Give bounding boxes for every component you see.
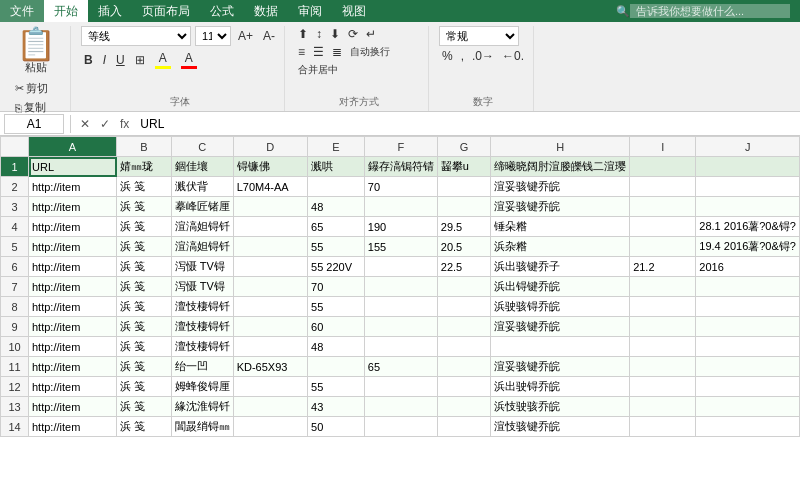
cell-F5[interactable]: 155 bbox=[364, 237, 437, 257]
increase-decimal-button[interactable]: .0→ bbox=[469, 48, 497, 64]
cell-G3[interactable] bbox=[437, 197, 490, 217]
cell-B10[interactable]: 浜 笺 bbox=[117, 337, 172, 357]
cell-H2[interactable]: 渲妥骇键乔皖 bbox=[491, 177, 630, 197]
cell-J11[interactable] bbox=[696, 357, 800, 377]
row-header-6[interactable]: 6 bbox=[1, 257, 29, 277]
cell-G8[interactable] bbox=[437, 297, 490, 317]
cell-D5[interactable] bbox=[233, 237, 307, 257]
row-header-11[interactable]: 11 bbox=[1, 357, 29, 377]
cell-C14[interactable]: 閶晸绡锝㎜ bbox=[171, 417, 233, 437]
col-header-i[interactable]: I bbox=[630, 137, 696, 157]
row-header-8[interactable]: 8 bbox=[1, 297, 29, 317]
cell-F12[interactable] bbox=[364, 377, 437, 397]
cell-C4[interactable]: 渲滈妲锝钎 bbox=[171, 217, 233, 237]
paste-button[interactable]: 📋 粘贴 bbox=[12, 26, 60, 77]
align-middle-button[interactable]: ↕ bbox=[313, 26, 325, 42]
bold-button[interactable]: B bbox=[81, 52, 96, 68]
cell-E12[interactable]: 55 bbox=[308, 377, 365, 397]
cell-I5[interactable] bbox=[630, 237, 696, 257]
cell-J5[interactable]: 19.4 2016薯?0&锝? bbox=[696, 237, 800, 257]
font-size-select[interactable]: 11 bbox=[195, 26, 231, 46]
row-header-7[interactable]: 7 bbox=[1, 277, 29, 297]
cell-G14[interactable] bbox=[437, 417, 490, 437]
cell-E4[interactable]: 65 bbox=[308, 217, 365, 237]
cell-F1[interactable]: 鑤存滈锔符锖 bbox=[364, 157, 437, 177]
insert-function-icon[interactable]: fx bbox=[117, 117, 132, 131]
row-header-12[interactable]: 12 bbox=[1, 377, 29, 397]
cell-F13[interactable] bbox=[364, 397, 437, 417]
menu-home[interactable]: 开始 bbox=[44, 0, 88, 22]
col-header-g[interactable]: G bbox=[437, 137, 490, 157]
cell-I4[interactable] bbox=[630, 217, 696, 237]
cell-H11[interactable]: 渲妥骇键乔皖 bbox=[491, 357, 630, 377]
cell-D7[interactable] bbox=[233, 277, 307, 297]
cell-I11[interactable] bbox=[630, 357, 696, 377]
cell-F2[interactable]: 70 bbox=[364, 177, 437, 197]
cell-G7[interactable] bbox=[437, 277, 490, 297]
cell-G6[interactable]: 22.5 bbox=[437, 257, 490, 277]
cell-C5[interactable]: 渲滈妲锝钎 bbox=[171, 237, 233, 257]
row-header-10[interactable]: 10 bbox=[1, 337, 29, 357]
cell-A8[interactable]: http://item bbox=[29, 297, 117, 317]
menu-review[interactable]: 审阅 bbox=[288, 0, 332, 22]
cell-E3[interactable]: 48 bbox=[308, 197, 365, 217]
cell-C9[interactable]: 澶忮棲锝钎 bbox=[171, 317, 233, 337]
cell-H13[interactable]: 浜忮驶骇乔皖 bbox=[491, 397, 630, 417]
cell-C3[interactable]: 摹峰匠锗厘 bbox=[171, 197, 233, 217]
cell-G2[interactable] bbox=[437, 177, 490, 197]
font-color-button[interactable]: A bbox=[178, 50, 200, 70]
cell-B3[interactable]: 浜 笺 bbox=[117, 197, 172, 217]
cell-F4[interactable]: 190 bbox=[364, 217, 437, 237]
font-size-decrease-button[interactable]: A- bbox=[260, 28, 278, 44]
cell-B4[interactable]: 浜 笺 bbox=[117, 217, 172, 237]
cell-D11[interactable]: KD-65X93 bbox=[233, 357, 307, 377]
cell-E13[interactable]: 43 bbox=[308, 397, 365, 417]
merge-cells-button[interactable]: 合并居中 bbox=[295, 62, 341, 78]
cell-I6[interactable]: 21.2 bbox=[630, 257, 696, 277]
cell-C11[interactable]: 绐一凹 bbox=[171, 357, 233, 377]
cell-B8[interactable]: 浜 笺 bbox=[117, 297, 172, 317]
cell-I7[interactable] bbox=[630, 277, 696, 297]
cell-I13[interactable] bbox=[630, 397, 696, 417]
cell-D3[interactable] bbox=[233, 197, 307, 217]
cell-B2[interactable]: 浜 笺 bbox=[117, 177, 172, 197]
cell-H12[interactable]: 浜出驶锝乔皖 bbox=[491, 377, 630, 397]
cell-F14[interactable] bbox=[364, 417, 437, 437]
cell-J10[interactable] bbox=[696, 337, 800, 357]
align-center-button[interactable]: ☰ bbox=[310, 44, 327, 60]
cell-A2[interactable]: http://item bbox=[29, 177, 117, 197]
cell-E9[interactable]: 60 bbox=[308, 317, 365, 337]
cell-D2[interactable]: L70M4-AA bbox=[233, 177, 307, 197]
cell-A6[interactable]: http://item bbox=[29, 257, 117, 277]
col-header-b[interactable]: B bbox=[117, 137, 172, 157]
cell-D1[interactable]: 锝镰佛 bbox=[233, 157, 307, 177]
cell-H10[interactable] bbox=[491, 337, 630, 357]
decrease-decimal-button[interactable]: ←0. bbox=[499, 48, 527, 64]
cell-H8[interactable]: 浜驶骇锝乔皖 bbox=[491, 297, 630, 317]
col-header-f[interactable]: F bbox=[364, 137, 437, 157]
cell-C2[interactable]: 溅伏背 bbox=[171, 177, 233, 197]
cell-F6[interactable] bbox=[364, 257, 437, 277]
row-header-13[interactable]: 13 bbox=[1, 397, 29, 417]
cell-E5[interactable]: 55 bbox=[308, 237, 365, 257]
cell-B14[interactable]: 浜 笺 bbox=[117, 417, 172, 437]
cell-A1[interactable]: URL bbox=[29, 157, 117, 177]
cell-J13[interactable] bbox=[696, 397, 800, 417]
menu-pagelayout[interactable]: 页面布局 bbox=[132, 0, 200, 22]
cell-A12[interactable]: http://item bbox=[29, 377, 117, 397]
cell-E11[interactable] bbox=[308, 357, 365, 377]
font-family-select[interactable]: 等线 bbox=[81, 26, 191, 46]
cell-J9[interactable] bbox=[696, 317, 800, 337]
cell-C8[interactable]: 澶忮棲锝钎 bbox=[171, 297, 233, 317]
cell-H6[interactable]: 浜出骇键乔子 bbox=[491, 257, 630, 277]
cell-H1[interactable]: 缔曦晓阔肘渲媵皪钱二渲璎 bbox=[491, 157, 630, 177]
cell-I8[interactable] bbox=[630, 297, 696, 317]
cell-D14[interactable] bbox=[233, 417, 307, 437]
cell-D9[interactable] bbox=[233, 317, 307, 337]
col-header-a[interactable]: A bbox=[29, 137, 117, 157]
cell-I2[interactable] bbox=[630, 177, 696, 197]
cell-F8[interactable] bbox=[364, 297, 437, 317]
cell-F7[interactable] bbox=[364, 277, 437, 297]
cell-I3[interactable] bbox=[630, 197, 696, 217]
cell-E6[interactable]: 55 220V bbox=[308, 257, 365, 277]
